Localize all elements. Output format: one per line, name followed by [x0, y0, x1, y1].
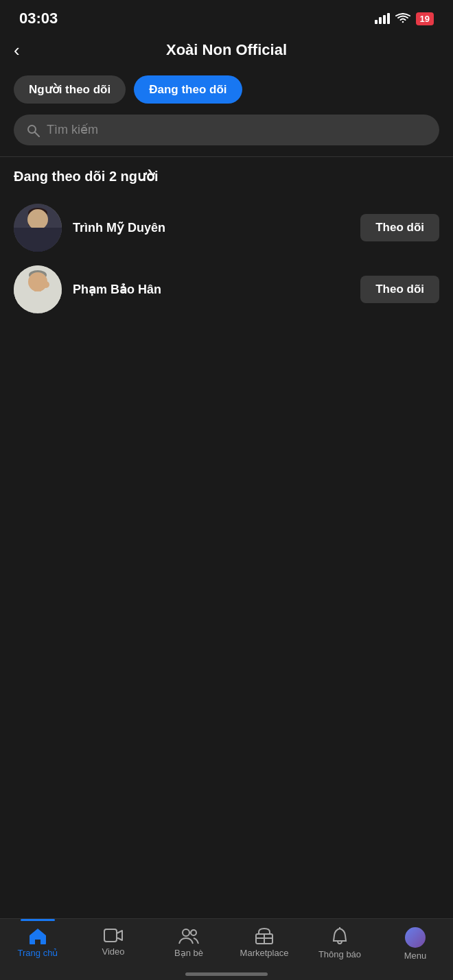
- nav-item-video[interactable]: Video: [76, 927, 151, 957]
- status-bar: 03:03 19: [0, 0, 453, 34]
- nav-item-home[interactable]: Trang chủ: [0, 927, 76, 958]
- user-name: Phạm Bảo Hân: [73, 282, 349, 297]
- section-title: Đang theo dõi 2 người: [0, 168, 453, 197]
- tab-row: Người theo dõi Đang theo dõi: [0, 70, 453, 115]
- avatar[interactable]: [14, 204, 62, 252]
- video-icon: [104, 927, 123, 944]
- svg-rect-6: [14, 204, 62, 252]
- svg-point-10: [24, 232, 51, 252]
- svg-rect-11: [34, 228, 41, 234]
- battery-badge: 19: [416, 12, 434, 25]
- nav-label-marketplace: Marketplace: [240, 948, 289, 958]
- marketplace-icon: [255, 927, 274, 945]
- avatar: [405, 927, 426, 948]
- svg-rect-12: [14, 265, 62, 313]
- nav-item-notifications[interactable]: Thông báo: [302, 927, 378, 959]
- search-input[interactable]: [47, 123, 427, 137]
- user-list: Trình Mỹ Duyên Theo dõi: [0, 197, 453, 320]
- svg-point-21: [183, 929, 189, 936]
- signal-icon: [375, 13, 390, 24]
- nav-label-notifications: Thông báo: [318, 949, 361, 959]
- svg-point-22: [191, 930, 196, 935]
- status-icons: 19: [375, 12, 434, 25]
- page-title: Xoài Non Official: [166, 41, 287, 59]
- follow-button[interactable]: Theo dõi: [360, 214, 439, 241]
- svg-rect-3: [387, 13, 390, 24]
- nav-label-friends: Bạn bè: [174, 948, 203, 958]
- svg-line-5: [35, 132, 39, 136]
- tab-following[interactable]: Đang theo dõi: [134, 75, 242, 104]
- follow-button[interactable]: Theo dõi: [360, 276, 439, 303]
- list-item: Phạm Bảo Hân Theo dõi: [14, 259, 439, 320]
- divider: [0, 156, 453, 157]
- search-icon: [26, 123, 40, 137]
- svg-point-15: [24, 294, 51, 313]
- nav-item-menu[interactable]: Menu: [378, 927, 453, 961]
- nav-label-home: Trang chủ: [18, 948, 58, 958]
- svg-rect-19: [104, 929, 117, 942]
- tab-followers[interactable]: Người theo dõi: [14, 75, 126, 104]
- nav-item-friends[interactable]: Bạn bè: [151, 927, 226, 958]
- user-name: Trình Mỹ Duyên: [73, 220, 349, 235]
- notification-icon: [331, 927, 349, 946]
- header: ‹ Xoài Non Official: [0, 34, 453, 70]
- svg-rect-9: [28, 213, 32, 226]
- svg-point-7: [28, 211, 47, 230]
- svg-rect-0: [375, 20, 378, 24]
- search-bar: [14, 115, 439, 145]
- svg-rect-16: [34, 297, 41, 305]
- svg-rect-1: [379, 17, 382, 24]
- wifi-icon: [395, 13, 410, 24]
- svg-rect-17: [34, 290, 41, 296]
- friends-icon: [178, 927, 199, 945]
- bottom-nav: Trang chủ Video Bạn bè: [0, 918, 453, 980]
- svg-point-18: [43, 281, 49, 288]
- nav-item-marketplace[interactable]: Marketplace: [226, 927, 302, 958]
- svg-point-13: [29, 274, 47, 291]
- svg-rect-2: [383, 15, 386, 24]
- list-item: Trình Mỹ Duyên Theo dõi: [14, 197, 439, 259]
- status-time: 03:03: [19, 10, 58, 27]
- avatar[interactable]: [14, 265, 62, 313]
- home-icon: [28, 927, 47, 945]
- home-indicator: [185, 972, 268, 976]
- svg-point-8: [28, 208, 47, 219]
- nav-label-menu: Menu: [404, 951, 427, 961]
- svg-point-14: [29, 270, 47, 280]
- nav-label-video: Video: [102, 946, 124, 957]
- back-button[interactable]: ‹: [14, 41, 20, 59]
- svg-marker-20: [117, 931, 122, 940]
